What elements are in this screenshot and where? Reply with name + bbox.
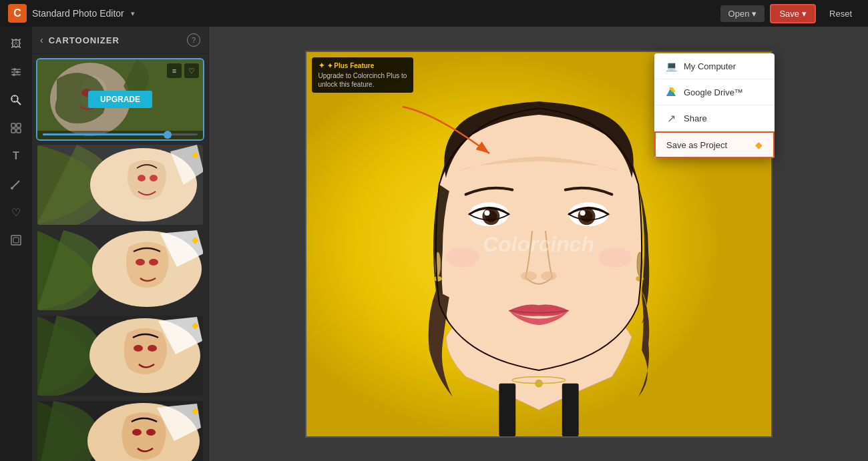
svg-point-49 bbox=[433, 276, 441, 281]
topbar: C Standard Photo Editor ▾ Open ▾ Save ▾ … bbox=[0, 0, 868, 27]
diamond-icon: ◆ bbox=[755, 139, 763, 150]
thumb-favorite-button[interactable]: ♡ bbox=[184, 63, 199, 78]
save-my-computer[interactable]: 💻 My Computer bbox=[654, 53, 775, 79]
save-project-label: Save as Project bbox=[666, 140, 748, 150]
tool-heart[interactable]: ♡ bbox=[4, 200, 28, 224]
svg-point-31 bbox=[136, 259, 145, 266]
topbar-right: Open ▾ Save ▾ Reset bbox=[720, 4, 860, 23]
thumb-2-art bbox=[37, 145, 203, 225]
svg-point-59 bbox=[580, 210, 585, 215]
panel-header: ‹ CARTOONIZER ? bbox=[32, 27, 208, 54]
thumbnail-item-1[interactable]: UPGRADE ≡ ♡ bbox=[37, 59, 203, 139]
save-button[interactable]: Save ▾ bbox=[770, 4, 816, 23]
open-button[interactable]: Open ▾ bbox=[720, 5, 765, 22]
title-chevron-icon[interactable]: ▾ bbox=[131, 9, 135, 18]
thumb-slider-area bbox=[37, 131, 203, 139]
svg-point-60 bbox=[521, 271, 537, 280]
google-drive-label: Google Drive™ bbox=[684, 87, 743, 97]
tool-frames[interactable] bbox=[4, 228, 28, 252]
thumbnail-item-4[interactable]: ◆ bbox=[37, 316, 203, 396]
thumb-4-art bbox=[37, 316, 203, 396]
tool-brush[interactable] bbox=[4, 172, 28, 196]
tool-text[interactable]: T bbox=[4, 144, 28, 168]
svg-rect-13 bbox=[17, 123, 21, 127]
svg-point-17 bbox=[11, 187, 13, 189]
svg-rect-45 bbox=[562, 383, 578, 436]
thumbnail-list: UPGRADE ≡ ♡ bbox=[32, 54, 208, 461]
thumbnail-item-2[interactable]: ◆ bbox=[37, 145, 203, 225]
thumbnail-item-3[interactable]: ◆ bbox=[37, 230, 203, 310]
svg-rect-12 bbox=[11, 123, 15, 127]
thumb-slider-fill bbox=[43, 133, 167, 135]
svg-point-61 bbox=[540, 271, 556, 280]
plus-tooltip: ✦ ✦ Plus Feature Upgrade to Colorcinch P… bbox=[312, 57, 414, 93]
panel-help-button[interactable]: ? bbox=[187, 33, 200, 47]
share-icon: ↗ bbox=[665, 112, 677, 124]
save-google-drive[interactable]: Google Drive™ bbox=[654, 79, 775, 105]
svg-point-5 bbox=[13, 73, 15, 76]
panel-title: CARTOONIZER bbox=[49, 35, 182, 45]
svg-point-40 bbox=[146, 429, 156, 436]
google-drive-icon bbox=[665, 86, 677, 98]
svg-rect-15 bbox=[17, 129, 21, 133]
diamond-badge-4: ◆ bbox=[192, 320, 199, 330]
save-project[interactable]: Save as Project ◆ bbox=[654, 131, 775, 158]
svg-rect-19 bbox=[13, 238, 19, 243]
diamond-badge-5: ◆ bbox=[192, 405, 199, 416]
svg-point-39 bbox=[132, 429, 142, 436]
thumb-slider-handle[interactable] bbox=[164, 131, 172, 139]
diamond-badge-2: ◆ bbox=[192, 149, 199, 159]
canvas-area: Colorcinch ✦ ✦ Plus Feature Upgrade to C… bbox=[209, 27, 868, 461]
svg-point-47 bbox=[535, 379, 543, 387]
thumb-options-button[interactable]: ≡ bbox=[167, 63, 182, 78]
computer-icon: 💻 bbox=[665, 60, 677, 72]
tool-photo[interactable]: 🖼 bbox=[4, 32, 28, 56]
svg-point-51 bbox=[636, 276, 644, 281]
svg-point-4 bbox=[16, 71, 19, 73]
panel-back-button[interactable]: ‹ bbox=[40, 35, 43, 45]
plus-tooltip-body: Upgrade to Colorcinch Plus tounlock this… bbox=[318, 71, 407, 89]
svg-rect-44 bbox=[499, 383, 515, 436]
side-panel: ‹ CARTOONIZER ? bbox=[32, 27, 209, 461]
svg-point-3 bbox=[13, 68, 16, 71]
svg-line-16 bbox=[13, 181, 19, 187]
svg-point-27 bbox=[138, 175, 146, 181]
svg-rect-18 bbox=[11, 236, 21, 245]
save-share[interactable]: ↗ Share bbox=[654, 105, 775, 131]
open-chevron-icon: ▾ bbox=[752, 9, 756, 19]
svg-rect-14 bbox=[11, 129, 15, 133]
reset-button[interactable]: Reset bbox=[821, 5, 860, 22]
svg-point-63 bbox=[598, 247, 632, 267]
thumb-controls-1: ≡ ♡ bbox=[167, 63, 199, 78]
share-label: Share bbox=[684, 113, 707, 123]
upgrade-button[interactable]: UPGRADE bbox=[88, 91, 152, 108]
tool-wand[interactable] bbox=[4, 88, 28, 112]
svg-point-62 bbox=[445, 247, 479, 267]
save-chevron-icon: ▾ bbox=[802, 9, 807, 19]
svg-point-28 bbox=[150, 175, 158, 181]
main-area: 🖼 bbox=[0, 27, 868, 461]
tool-adjust[interactable] bbox=[4, 60, 28, 84]
thumbnail-item-5[interactable]: ◆ bbox=[37, 401, 203, 461]
save-dropdown-menu: 💻 My Computer Google Drive™ ↗ Share Sa bbox=[654, 53, 775, 158]
svg-point-55 bbox=[484, 210, 489, 215]
svg-point-32 bbox=[149, 259, 158, 266]
icon-bar: 🖼 bbox=[0, 27, 32, 461]
svg-point-36 bbox=[148, 345, 157, 352]
app-title: Standard Photo Editor bbox=[32, 8, 124, 19]
thumb-3-art bbox=[37, 230, 203, 310]
thumb-slider[interactable] bbox=[43, 133, 198, 135]
topbar-left: C Standard Photo Editor ▾ bbox=[8, 4, 135, 23]
thumb-5-art bbox=[37, 401, 203, 461]
plus-tooltip-title: ✦ ✦ Plus Feature bbox=[318, 61, 407, 70]
svg-point-35 bbox=[134, 345, 143, 352]
app-logo: C bbox=[8, 4, 27, 23]
tool-grid[interactable] bbox=[4, 116, 28, 140]
diamond-badge-3: ◆ bbox=[192, 234, 199, 245]
save-my-computer-label: My Computer bbox=[684, 61, 736, 71]
